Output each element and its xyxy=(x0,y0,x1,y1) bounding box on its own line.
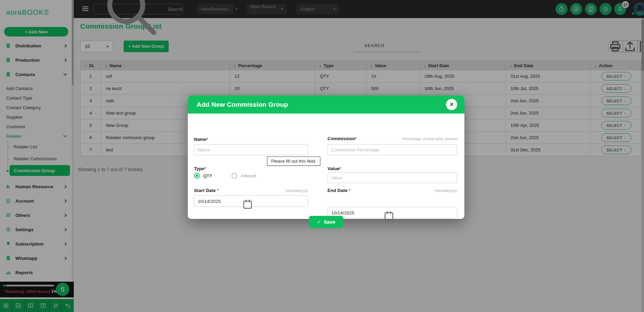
end-date-label-row: End Date * (mm/dd/yyyy) xyxy=(327,188,457,193)
name-label: Name* xyxy=(194,137,208,142)
value-input[interactable] xyxy=(327,172,457,183)
close-button[interactable]: ✕ xyxy=(446,99,457,110)
radio-qty-label[interactable]: QTY xyxy=(203,173,212,178)
value-field-label-row: Value* xyxy=(327,165,457,172)
start-date-label: Start Date * xyxy=(194,188,219,193)
validation-tooltip: Please fill out this field. xyxy=(267,157,320,166)
radio-amount[interactable] xyxy=(232,173,237,179)
start-date-input[interactable] xyxy=(194,195,308,207)
name-input[interactable] xyxy=(194,144,308,155)
start-date-label-row: Start Date * (mm/dd/yyyy) xyxy=(194,188,308,193)
radio-qty[interactable] xyxy=(194,173,200,179)
name-field-label-row: Name* xyxy=(194,136,308,142)
modal-body: Name* Commission* Percentage of total sa… xyxy=(188,114,464,219)
type-radio-group: QTY Amount xyxy=(194,173,308,179)
type-label: Type* xyxy=(194,166,206,171)
save-button[interactable]: ✓ Save xyxy=(309,216,343,228)
commission-field-label-row: Commission* Percentage of total sales am… xyxy=(327,136,457,141)
value-label: Value* xyxy=(327,166,341,171)
end-date-input[interactable] xyxy=(327,207,457,219)
close-icon: ✕ xyxy=(449,102,454,107)
type-field-label-row: Type* xyxy=(194,165,308,172)
modal-header: Add New Commission Group ✕ xyxy=(188,95,464,114)
end-date-format-hint: (mm/dd/yyyy) xyxy=(435,189,457,193)
commission-hint: Percentage of total sales amount xyxy=(402,137,457,141)
check-icon: ✓ xyxy=(317,219,321,225)
commission-label: Commission* xyxy=(327,136,357,141)
start-date-format-hint: (mm/dd/yyyy) xyxy=(285,189,308,193)
modal-title: Add New Commission Group xyxy=(197,101,288,108)
radio-amount-label[interactable]: Amount xyxy=(241,173,256,178)
add-commission-group-modal: Add New Commission Group ✕ Name* Commiss… xyxy=(188,95,464,219)
app-root: aoraBOOKS + Add New DistributionProducti… xyxy=(0,0,644,312)
commission-input[interactable] xyxy=(327,144,457,155)
end-date-label: End Date * xyxy=(327,188,351,193)
